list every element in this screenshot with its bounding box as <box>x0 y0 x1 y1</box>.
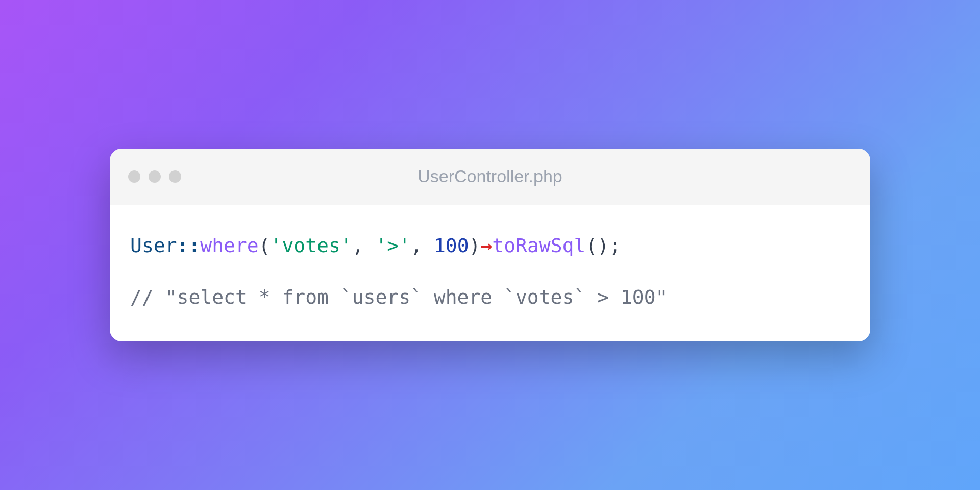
code-editor: User::where('votes', '>', 100)→toRawSql(… <box>110 205 870 341</box>
window-title: UserController.php <box>418 166 562 186</box>
window-maximize-icon[interactable] <box>169 170 181 183</box>
token-paren: ) <box>597 234 609 257</box>
token-paren: ( <box>259 234 271 257</box>
token-comma: , <box>352 234 376 257</box>
code-line-2: // "select * from `users` where `votes` … <box>130 284 850 311</box>
token-comment: // "select * from `users` where `votes` … <box>130 286 667 308</box>
window-minimize-icon[interactable] <box>149 170 161 183</box>
window-titlebar: UserController.php <box>110 149 870 205</box>
token-comma: , <box>410 234 434 257</box>
token-paren: ( <box>585 234 597 257</box>
token-semicolon: ; <box>609 234 621 257</box>
window-controls <box>128 170 181 183</box>
token-paren: ) <box>469 234 481 257</box>
token-arrow: → <box>480 234 492 257</box>
code-window: UserController.php User::where('votes', … <box>110 149 870 341</box>
token-method: where <box>200 234 258 257</box>
token-number: 100 <box>434 234 469 257</box>
token-string: '>' <box>375 234 410 257</box>
window-close-icon[interactable] <box>128 170 140 183</box>
code-line-1: User::where('votes', '>', 100)→toRawSql(… <box>130 232 850 259</box>
token-method: toRawSql <box>492 234 585 257</box>
token-string: 'votes' <box>271 234 352 257</box>
token-class: User <box>130 234 177 257</box>
token-scope: :: <box>177 234 201 257</box>
